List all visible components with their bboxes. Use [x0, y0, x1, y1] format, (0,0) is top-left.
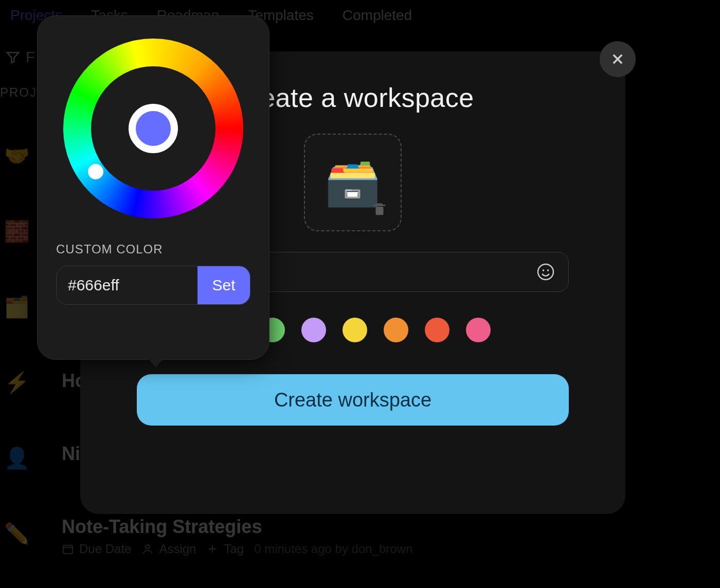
svg-point-4 — [543, 269, 545, 271]
create-workspace-button[interactable]: Create workspace — [137, 374, 569, 426]
sidebar-icon: ✏️ — [4, 522, 30, 546]
sidebar-icon: ⚡ — [4, 371, 30, 395]
smile-icon — [536, 263, 555, 281]
task-meta: 0 minutes ago by don_brown — [254, 542, 412, 556]
filter-icon — [5, 49, 21, 65]
close-button[interactable] — [600, 41, 636, 77]
sidebar-icon: 🗂️ — [4, 295, 30, 319]
swatch-color[interactable] — [466, 318, 491, 342]
swatch-color[interactable] — [343, 318, 367, 342]
swatch-color[interactable] — [301, 318, 326, 342]
sidebar-icon: 🤝 — [4, 144, 30, 168]
color-wheel[interactable] — [63, 39, 243, 218]
swatch-color[interactable] — [425, 318, 449, 342]
svg-rect-2 — [376, 207, 384, 215]
chip-label: Due Date — [79, 542, 131, 556]
chip-label: Assign — [159, 542, 196, 556]
color-picker-popover: CUSTOM COLOR #666eff Set — [37, 15, 269, 360]
plus-icon — [206, 543, 219, 555]
sidebar-icon: 🧱 — [4, 219, 30, 244]
svg-point-3 — [538, 264, 553, 280]
task-row: Note-Taking Strategies Due Date Assign T… — [62, 516, 412, 556]
filter-label: F — [26, 48, 35, 66]
emoji-picker-button[interactable] — [535, 262, 556, 282]
close-icon — [610, 52, 625, 66]
sidebar-icon: 👤 — [4, 446, 30, 470]
chip-due-date[interactable]: Due Date — [62, 542, 131, 556]
set-color-button[interactable]: Set — [197, 266, 250, 304]
color-preview — [129, 104, 178, 153]
svg-point-1 — [146, 545, 150, 549]
task-title: Note-Taking Strategies — [62, 516, 412, 538]
chip-tag[interactable]: Tag — [206, 542, 244, 556]
svg-point-5 — [547, 269, 549, 271]
hex-input[interactable]: #666eff — [57, 266, 197, 304]
svg-rect-0 — [63, 545, 73, 554]
workspace-icon: 🗃️ — [325, 160, 381, 205]
chip-assign[interactable]: Assign — [141, 542, 196, 556]
user-icon — [141, 543, 154, 555]
calendar-icon — [62, 543, 74, 555]
trash-icon[interactable] — [372, 200, 387, 218]
hue-cursor[interactable] — [88, 164, 103, 179]
sidebar-icons: 🤝 🧱 🗂️ ⚡ 👤 ✏️ — [4, 144, 30, 546]
swatch-color[interactable] — [384, 318, 408, 342]
workspace-icon-picker[interactable]: 🗃️ — [304, 134, 402, 231]
chip-label: Tag — [224, 542, 244, 556]
tab-completed[interactable]: Completed — [343, 7, 412, 24]
custom-color-label: CUSTOM COLOR — [56, 242, 250, 256]
